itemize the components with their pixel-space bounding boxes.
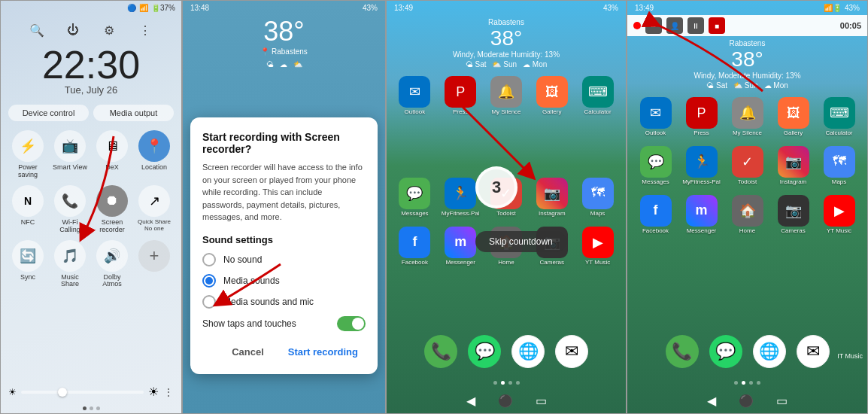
app-messenger[interactable]: m Messenger bbox=[440, 227, 481, 266]
app-gallery[interactable]: 🖼 Gallery bbox=[772, 97, 814, 137]
app-myfitness[interactable]: 🏃 MyFitness-Pal bbox=[681, 146, 722, 186]
taps-label: Show taps and touches bbox=[202, 318, 296, 329]
app-press[interactable]: P Press bbox=[440, 76, 481, 116]
brightness-track[interactable] bbox=[21, 391, 144, 394]
app-calculator[interactable]: ⌨ Calculator bbox=[577, 76, 618, 116]
more-icon[interactable]: ⋮ bbox=[135, 20, 156, 41]
recording-control-bar: ✏ 👤 ⏸ ■ 00:05 bbox=[627, 15, 867, 36]
p1-status-bar: 🔵 📶 🔋37% bbox=[1, 1, 181, 15]
app-gallery[interactable]: 🖼 Gallery bbox=[531, 76, 572, 116]
ytmusic-icon: ▶ bbox=[824, 195, 855, 227]
dock-whatsapp[interactable]: 💬 bbox=[468, 335, 501, 368]
back-button[interactable]: ◀ bbox=[707, 394, 716, 408]
wifi-calling-icon: 📞 bbox=[54, 185, 86, 217]
tab-device-control[interactable]: Device control bbox=[8, 105, 89, 121]
tile-dolby[interactable]: 🔊 Dolby Atmos bbox=[94, 240, 130, 289]
calculator-label: Calculator bbox=[584, 109, 612, 116]
tile-nfc[interactable]: N NFC bbox=[10, 185, 46, 234]
app-cameras[interactable]: 📷 Cameras bbox=[772, 195, 814, 235]
app-messages[interactable]: 💬 Messages bbox=[394, 178, 436, 218]
gallery-icon: 🖼 bbox=[536, 76, 568, 108]
recents-button[interactable]: ▭ bbox=[536, 394, 547, 408]
profile-icon[interactable]: 👤 bbox=[666, 17, 683, 34]
tile-add[interactable]: + bbox=[136, 240, 172, 289]
dock-gmail[interactable]: ✉ bbox=[797, 335, 830, 368]
app-calculator[interactable]: ⌨ Calculator bbox=[818, 97, 860, 137]
search-icon[interactable]: 🔍 bbox=[26, 20, 47, 41]
radio-media-sounds[interactable] bbox=[202, 274, 216, 288]
pencil-icon[interactable]: ✏ bbox=[645, 17, 662, 34]
maps-label: Maps bbox=[832, 179, 847, 186]
pause-icon[interactable]: ⏸ bbox=[687, 17, 704, 34]
app-facebook[interactable]: f Facebook bbox=[394, 227, 436, 266]
p3-weather: Rabastens 38° Windy, Moderate Humidity: … bbox=[387, 15, 626, 72]
app-mysilence[interactable]: 🔔 My Silence bbox=[486, 76, 527, 116]
app-home[interactable]: 🏠 Home bbox=[727, 195, 768, 235]
dock-gmail[interactable]: ✉ bbox=[555, 335, 588, 368]
back-button[interactable]: ◀ bbox=[466, 394, 475, 408]
option-media-mic[interactable]: Media sounds and mic bbox=[202, 295, 366, 309]
myfitness-label: MyFitness-Pal bbox=[682, 179, 721, 186]
radio-no-sound[interactable] bbox=[202, 253, 216, 266]
p3-dot-3 bbox=[508, 381, 512, 385]
dock-phone[interactable]: 📞 bbox=[666, 335, 699, 368]
app-mysilence[interactable]: 🔔 My Silence bbox=[727, 97, 768, 137]
recording-timer: 00:05 bbox=[840, 21, 861, 30]
app-messages[interactable]: 💬 Messages bbox=[635, 146, 676, 186]
tile-music-share[interactable]: 🎵 Music Share bbox=[52, 240, 88, 289]
outlook-icon: ✉ bbox=[399, 76, 430, 108]
app-instagram[interactable]: 📷 Instagram bbox=[531, 178, 572, 218]
radio-media-mic[interactable] bbox=[202, 295, 216, 309]
app-press[interactable]: P Press bbox=[681, 97, 722, 137]
option-no-sound[interactable]: No sound bbox=[202, 253, 366, 266]
facebook-icon: f bbox=[640, 195, 672, 227]
cancel-button[interactable]: Cancel bbox=[224, 342, 272, 362]
tile-sync[interactable]: 🔄 Sync bbox=[10, 240, 46, 289]
tab-media-output[interactable]: Media output bbox=[93, 105, 174, 121]
tile-power-saving[interactable]: ⚡ Power saving bbox=[10, 130, 46, 179]
app-maps[interactable]: 🗺 Maps bbox=[577, 178, 618, 218]
dock-phone[interactable]: 📞 bbox=[424, 335, 457, 368]
nfc-label: NFC bbox=[21, 219, 35, 227]
app-messenger[interactable]: m Messenger bbox=[681, 195, 722, 235]
wifi-calling-label: Wi-Fi Calling bbox=[52, 219, 88, 234]
tile-quick-share[interactable]: ↗ Quick ShareNo one bbox=[136, 185, 172, 234]
option-media-sounds[interactable]: Media sounds bbox=[202, 274, 366, 288]
tile-screen-recorder[interactable]: ⏺ Screen recorder bbox=[94, 185, 130, 234]
p1-time: 22:30 bbox=[1, 45, 181, 84]
home-button[interactable]: ⚫ bbox=[498, 394, 513, 408]
skip-countdown-button[interactable]: Skip countdown bbox=[475, 231, 566, 252]
p3-battery: 43% bbox=[603, 4, 618, 12]
power-saving-label: Power saving bbox=[10, 164, 46, 179]
start-recording-button[interactable]: Start recording bbox=[281, 342, 366, 362]
sync-icon: 🔄 bbox=[12, 240, 44, 272]
app-ytmusic[interactable]: ▶ YT Music bbox=[577, 227, 618, 266]
p3-dot-1 bbox=[493, 381, 497, 385]
dock-whatsapp[interactable]: 💬 bbox=[709, 335, 742, 368]
p2-weather-bg: 38° 📍 Rabastens 🌤☁⛅ bbox=[183, 16, 385, 68]
settings-icon[interactable]: ⚙ bbox=[99, 20, 120, 41]
calculator-label: Calculator bbox=[825, 130, 852, 137]
app-ytmusic[interactable]: ▶ YT Music bbox=[818, 195, 860, 235]
stop-icon[interactable]: ■ bbox=[709, 17, 725, 34]
more-options-icon[interactable]: ⋮ bbox=[163, 386, 174, 398]
dot-3 bbox=[96, 406, 100, 410]
app-facebook[interactable]: f Facebook bbox=[635, 195, 676, 235]
tile-wifi-calling[interactable]: 📞 Wi-Fi Calling bbox=[52, 185, 88, 234]
dock-chrome[interactable]: 🌐 bbox=[753, 335, 786, 368]
app-instagram[interactable]: 📷 Instagram bbox=[772, 146, 814, 186]
tile-dex[interactable]: 🖥 DeX bbox=[94, 130, 130, 179]
taps-toggle[interactable] bbox=[337, 316, 366, 331]
app-todoist[interactable]: ✓ Todoist bbox=[727, 146, 768, 186]
home-button[interactable]: ⚫ bbox=[739, 394, 754, 408]
app-maps[interactable]: 🗺 Maps bbox=[818, 146, 860, 186]
power-icon[interactable]: ⏻ bbox=[62, 20, 83, 41]
tile-smart-view[interactable]: 📺 Smart View bbox=[52, 130, 88, 179]
panel-recording-active: 13:49 📶🔋 43% ✏ 👤 ⏸ ■ 00:05 Rabastens 38°… bbox=[627, 0, 868, 414]
p4-dot-1 bbox=[734, 381, 738, 385]
app-outlook[interactable]: ✉ Outlook bbox=[394, 76, 436, 116]
tile-location[interactable]: 📍 Location bbox=[136, 130, 172, 179]
app-outlook[interactable]: ✉ Outlook bbox=[635, 97, 676, 137]
recents-button[interactable]: ▭ bbox=[776, 394, 788, 408]
dock-chrome[interactable]: 🌐 bbox=[511, 335, 545, 368]
